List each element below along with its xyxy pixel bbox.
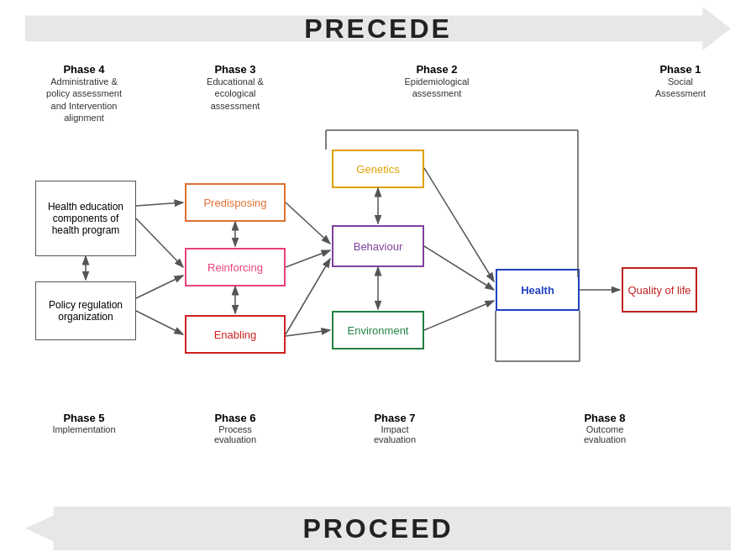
svg-line-5 — [136, 311, 183, 334]
phase5-title: Phase 5 — [29, 412, 139, 424]
reinforcing-box: Reinforcing — [185, 248, 286, 286]
main-container: PRECEDE Phase 4 Administrative &policy a… — [0, 0, 756, 557]
phase3-desc: Educational &ecologicalassessment — [181, 76, 290, 112]
svg-line-15 — [424, 246, 494, 290]
phase3-title: Phase 3 — [181, 63, 290, 76]
phase1-title: Phase 1 — [630, 63, 731, 76]
phase4-label: Phase 4 Administrative &policy assessmen… — [29, 63, 139, 123]
phase2-title: Phase 2 — [353, 63, 521, 76]
svg-line-11 — [286, 259, 330, 334]
svg-line-16 — [424, 301, 494, 330]
policy-box: Policy regulation organization — [35, 281, 136, 340]
phase8-desc: Outcomeevaluation — [546, 424, 664, 444]
proceed-arrow: PROCEED — [25, 507, 731, 550]
quality-box: Quality of life — [622, 267, 697, 313]
environment-box: Environment — [332, 311, 424, 349]
predisposing-box: Predisposing — [185, 183, 286, 222]
phase7-desc: Impactevaluation — [336, 424, 454, 444]
proceed-label: PROCEED — [302, 513, 453, 544]
svg-line-6 — [136, 276, 183, 298]
phase1-desc: SocialAssessment — [630, 76, 731, 100]
phase7-title: Phase 7 — [336, 412, 454, 424]
health-edu-box: Health education components of health pr… — [35, 181, 136, 256]
svg-line-3 — [136, 202, 183, 206]
svg-line-4 — [136, 218, 183, 267]
svg-line-9 — [286, 202, 330, 244]
phase2-desc: Epidemiologicalassessment — [353, 76, 521, 100]
phase6-label: Phase 6 Processevaluation — [181, 412, 290, 444]
svg-line-10 — [286, 250, 330, 267]
phase4-title: Phase 4 — [29, 63, 139, 76]
phase8-label: Phase 8 Outcomeevaluation — [546, 412, 664, 444]
genetics-box: Genetics — [332, 150, 424, 188]
phase2-label: Phase 2 Epidemiologicalassessment — [353, 63, 521, 100]
health-box: Health — [496, 269, 580, 311]
phase8-title: Phase 8 — [546, 412, 664, 424]
phase7-label: Phase 7 Impactevaluation — [336, 412, 454, 444]
svg-line-12 — [286, 330, 330, 336]
precede-label: PRECEDE — [304, 13, 452, 45]
phase3-label: Phase 3 Educational &ecologicalassessmen… — [181, 63, 290, 112]
enabling-box: Enabling — [185, 315, 286, 354]
svg-line-17 — [424, 168, 494, 281]
behaviour-box: Behaviour — [332, 225, 424, 267]
phase6-title: Phase 6 — [181, 412, 290, 424]
phase5-desc: Implementation — [29, 424, 139, 434]
phase5-label: Phase 5 Implementation — [29, 412, 139, 434]
phase1-label: Phase 1 SocialAssessment — [630, 63, 731, 100]
phase6-desc: Processevaluation — [181, 424, 290, 444]
precede-arrow: PRECEDE — [25, 7, 731, 50]
phase4-desc: Administrative &policy assessmentand Int… — [29, 76, 139, 123]
